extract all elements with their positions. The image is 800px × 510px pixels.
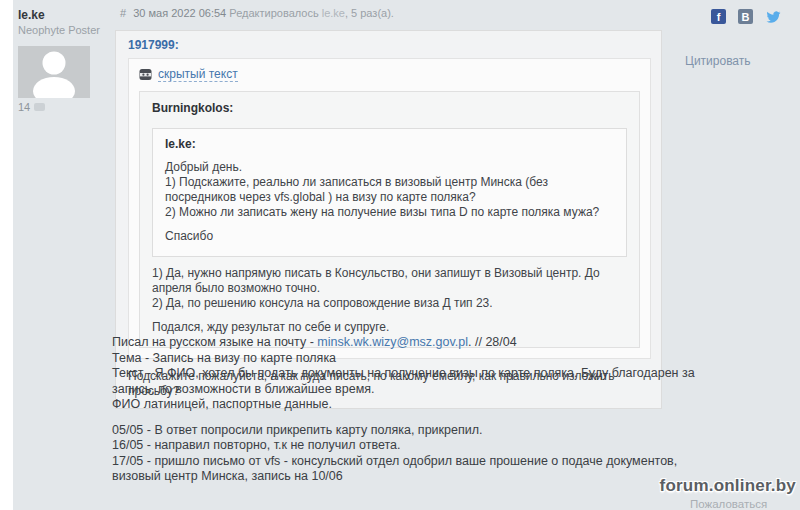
body-line: ФИО латиницей, паспортные данные. (112, 397, 713, 413)
body-line: Писал на русском языке на почту - minsk.… (112, 335, 713, 351)
quote-level2: Burningkolos: le.ke: Добрый день. 1) Под… (139, 91, 640, 348)
quote-level3-author: le.ke: (165, 137, 614, 151)
spoiler-box: скрытый текст Burningkolos: le.ke: Добры… (128, 58, 651, 359)
quote-level3-text: Добрый день. 1) Подскажите, реально ли з… (165, 160, 614, 244)
post-body: Писал на русском языке на почту - minsk.… (112, 335, 713, 485)
edited-count: , 5 раз(а). (345, 7, 394, 19)
post-date: 30 мая 2022 06:54 (133, 7, 226, 19)
site-watermark: forum.onliner.by (660, 476, 796, 496)
body-text: Писал на русском языке на почту - (112, 335, 317, 349)
body-line: 16/05 - направил повторно, т.к не получи… (112, 438, 713, 454)
avatar (18, 46, 90, 98)
quote-level3: le.ke: Добрый день. 1) Подскажите, реаль… (152, 128, 627, 257)
body-line: 17/05 - пришло письмо от vfs - консульск… (112, 454, 713, 485)
quote-line: 2) Можно ли записать жену на получение в… (165, 205, 614, 220)
vk-share-icon[interactable]: B (738, 9, 753, 24)
quoted-post-ref-link[interactable]: 1917999: (128, 38, 179, 52)
twitter-bird-icon (765, 10, 782, 24)
post-count-value: 14 (18, 101, 30, 113)
post-count: 14 (18, 101, 112, 113)
hidden-text-icon (139, 68, 152, 81)
facebook-share-icon[interactable]: f (711, 9, 726, 24)
quote-line: Подался, жду результат по себе и супруге… (152, 320, 627, 335)
quote-level2-author: Burningkolos: (152, 101, 627, 115)
edited-label: Редактировалось (229, 7, 321, 19)
share-bar: f B (711, 9, 782, 24)
quote-line: 2) Да, по решению консула на сопровожден… (152, 296, 627, 311)
email-link[interactable]: minsk.wk.wizy@msz.gov.pl (317, 335, 468, 349)
post-header: # 30 мая 2022 06:54 Редактировалось le.k… (120, 7, 394, 19)
quote-level2-text: 1) Да, нужно напрямую писать в Консульст… (152, 266, 627, 335)
spoiler-header: скрытый текст (139, 67, 640, 82)
quote-line: Спасибо (165, 229, 614, 244)
person-silhouette-icon (18, 46, 90, 98)
forum-post-page: le.ke Neophyte Poster 14 # 30 мая 2022 0… (0, 0, 800, 510)
body-line: 05/05 - В ответ попросили прикрепить кар… (112, 423, 713, 439)
quote-line: 1) Подскажите, реально ли записаться в в… (165, 175, 614, 205)
twitter-share-icon[interactable] (765, 9, 782, 24)
permalink-anchor[interactable]: # (120, 7, 126, 19)
quote-line: 1) Да, нужно напрямую писать в Консульст… (152, 266, 627, 296)
spoiler-toggle-link[interactable]: скрытый текст (158, 67, 238, 82)
quote-button[interactable]: Цитировать (685, 54, 751, 68)
author-column: le.ke Neophyte Poster 14 (18, 8, 112, 113)
author-username[interactable]: le.ke (18, 8, 112, 22)
report-button[interactable]: Пожаловаться (690, 498, 767, 510)
body-text: . // 28/04 (468, 335, 517, 349)
body-line: Текст - Я ФИО, хотел бы подать документы… (112, 366, 713, 397)
edited-username: le.ke (322, 7, 345, 19)
quote-line: Добрый день. (165, 160, 614, 175)
body-line: Тема - Запись на визу по карте поляка (112, 351, 713, 367)
messages-icon (34, 103, 45, 111)
author-rank: Neophyte Poster (18, 23, 112, 37)
